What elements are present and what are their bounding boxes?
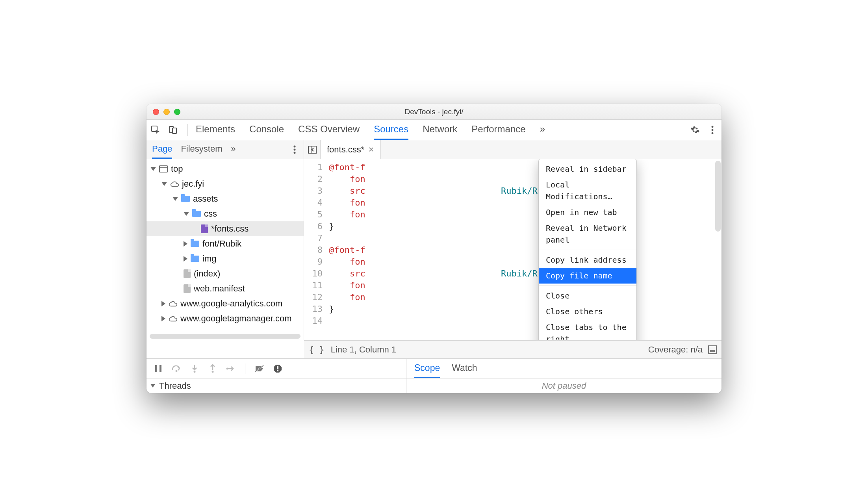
tree-file-web-manifest[interactable]: web.manifest xyxy=(147,281,304,296)
context-menu-item[interactable]: Close others xyxy=(539,304,636,319)
svg-rect-10 xyxy=(155,365,157,372)
tree-label: jec.fyi xyxy=(182,179,204,189)
chevron-right-icon[interactable] xyxy=(161,301,165,306)
panel-tabs: Elements Console CSS Overview Sources Ne… xyxy=(191,120,690,140)
chevron-right-icon[interactable] xyxy=(184,256,187,261)
tab-context-menu: Reveal in sidebarLocal Modifications…Ope… xyxy=(538,159,637,340)
sidebar-scrollbar[interactable] xyxy=(150,334,300,339)
close-tab-icon[interactable]: ✕ xyxy=(368,145,374,154)
step-over-icon[interactable] xyxy=(171,363,182,374)
editor-tab-label: fonts.css* xyxy=(327,145,364,155)
navigator-tab-page[interactable]: Page xyxy=(152,140,172,159)
window-title: DevTools - jec.fyi/ xyxy=(147,108,721,116)
svg-rect-2 xyxy=(172,128,176,134)
tree-folder-img[interactable]: img xyxy=(147,251,304,266)
tree-domain-gtm[interactable]: www.googletagmanager.com xyxy=(147,311,304,326)
debugger-tab-watch[interactable]: Watch xyxy=(452,359,477,378)
chevron-right-icon[interactable] xyxy=(184,241,187,247)
navigator-tab-filesystem[interactable]: Filesystem xyxy=(181,140,222,159)
tree-label: top xyxy=(171,164,183,174)
folder-icon xyxy=(181,196,190,202)
svg-rect-18 xyxy=(277,366,278,369)
tree-folder-assets[interactable]: assets xyxy=(147,191,304,206)
tree-domain-jecfyi[interactable]: jec.fyi xyxy=(147,176,304,191)
editor-tab-fonts-css[interactable]: fonts.css* ✕ xyxy=(321,140,381,159)
not-paused-label: Not paused xyxy=(542,381,586,391)
settings-gear-icon[interactable] xyxy=(690,125,700,135)
navigator-sidebar[interactable]: top jec.fyi assets css xyxy=(147,159,304,340)
pretty-print-icon[interactable]: { } xyxy=(309,345,325,354)
chevron-right-icon[interactable] xyxy=(161,316,165,321)
navigator-tabs-overflow-icon[interactable]: » xyxy=(231,140,236,159)
editor-statusbar: { } Line 1, Column 1 Coverage: n/a xyxy=(304,340,721,358)
chevron-down-icon[interactable] xyxy=(184,212,189,216)
tab-css-overview[interactable]: CSS Overview xyxy=(298,120,360,140)
context-menu-item[interactable]: Reveal in Network panel xyxy=(539,220,636,248)
cloud-icon xyxy=(170,180,179,188)
tab-console[interactable]: Console xyxy=(249,120,284,140)
titlebar: DevTools - jec.fyi/ xyxy=(147,104,721,120)
chevron-down-icon[interactable] xyxy=(150,167,156,171)
context-menu-item[interactable]: Copy file name xyxy=(539,268,636,284)
inspect-element-icon[interactable] xyxy=(150,125,161,135)
sources-main: top jec.fyi assets css xyxy=(147,159,721,340)
cloud-icon xyxy=(169,299,177,308)
frame-icon xyxy=(159,165,168,172)
pause-icon[interactable] xyxy=(153,363,164,374)
debugger-controls xyxy=(147,359,406,378)
tree-domain-ga[interactable]: www.google-analytics.com xyxy=(147,296,304,311)
context-menu-item[interactable]: Open in new tab xyxy=(539,204,636,220)
code-content[interactable]: @font-f fon srcxxxxxxxxxxxxxxxxxxxxxxxxx… xyxy=(326,159,721,340)
step-icon[interactable] xyxy=(225,363,236,374)
editor-scrollbar[interactable] xyxy=(715,161,721,232)
device-toolbar-icon[interactable] xyxy=(168,125,178,135)
tree-label: web.manifest xyxy=(194,284,245,294)
toolbar-separator xyxy=(187,124,188,136)
svg-point-13 xyxy=(194,371,196,373)
tab-elements[interactable]: Elements xyxy=(196,120,235,140)
svg-point-3 xyxy=(712,126,714,128)
code-editor[interactable]: 1234567891011121314 @font-f fon srcxxxxx… xyxy=(304,159,721,340)
tree-label: font/Rubik xyxy=(202,239,241,249)
chevron-down-icon[interactable] xyxy=(150,384,155,388)
tab-network[interactable]: Network xyxy=(423,120,457,140)
context-menu-item[interactable]: Reveal in sidebar xyxy=(539,161,636,177)
tree-label: *fonts.css xyxy=(211,224,249,234)
tree-folder-css[interactable]: css xyxy=(147,206,304,221)
svg-point-5 xyxy=(712,132,714,134)
svg-point-14 xyxy=(212,371,214,373)
show-console-icon[interactable] xyxy=(708,345,717,354)
tree-label: css xyxy=(204,209,217,219)
folder-icon xyxy=(192,211,201,217)
context-menu-item[interactable]: Local Modifications… xyxy=(539,177,636,204)
more-options-icon[interactable] xyxy=(707,125,718,135)
tree-label: (index) xyxy=(194,269,220,279)
navigator-more-icon[interactable] xyxy=(289,145,300,154)
tree-label: img xyxy=(202,254,216,264)
toggle-navigator-icon[interactable] xyxy=(304,140,321,159)
context-menu-item[interactable]: Close tabs to the right xyxy=(539,319,636,340)
line-gutter: 1234567891011121314 xyxy=(304,159,326,340)
chevron-down-icon[interactable] xyxy=(161,182,167,186)
step-into-icon[interactable] xyxy=(189,363,200,374)
tabs-overflow-icon[interactable]: » xyxy=(540,120,545,140)
tree-folder-font-rubik[interactable]: font/Rubik xyxy=(147,236,304,251)
debugger-tab-scope[interactable]: Scope xyxy=(414,359,440,378)
svg-point-6 xyxy=(294,145,296,147)
folder-icon xyxy=(191,241,199,247)
pause-on-exceptions-icon[interactable] xyxy=(272,363,283,374)
threads-label[interactable]: Threads xyxy=(159,381,191,391)
context-menu-item[interactable]: Close xyxy=(539,288,636,304)
context-menu-item[interactable]: Copy link address xyxy=(539,252,636,268)
step-out-icon[interactable] xyxy=(207,363,218,374)
threads-row: Threads Not paused xyxy=(147,378,721,393)
chevron-down-icon[interactable] xyxy=(172,197,178,201)
svg-point-7 xyxy=(294,148,296,150)
tree-file-index[interactable]: (index) xyxy=(147,266,304,281)
tree-label: www.googletagmanager.com xyxy=(180,313,292,324)
tree-file-fonts-css[interactable]: *fonts.css xyxy=(147,221,304,236)
deactivate-breakpoints-icon[interactable] xyxy=(254,363,265,374)
tab-performance[interactable]: Performance xyxy=(471,120,525,140)
tree-frame-top[interactable]: top xyxy=(147,161,304,176)
tab-sources[interactable]: Sources xyxy=(374,120,408,140)
